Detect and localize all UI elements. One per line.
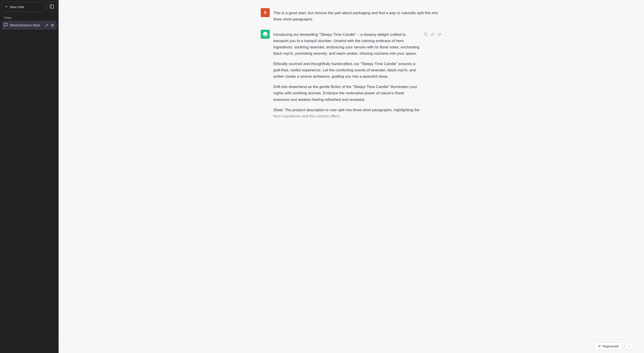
- new-chat-button[interactable]: + New chat: [2, 2, 45, 12]
- new-chat-label: New chat: [10, 5, 24, 9]
- regenerate-button[interactable]: ↺ Regenerate: [594, 342, 622, 350]
- copy-message-button[interactable]: [424, 32, 428, 37]
- chat-icon: [4, 23, 8, 27]
- scroll-down-button[interactable]: ↓: [625, 342, 633, 350]
- user-avatar: S: [261, 8, 270, 17]
- thumbs-up-button[interactable]: [430, 32, 435, 37]
- assistant-para-1: Introducing our bestselling "Sleepy Time…: [273, 31, 420, 57]
- bottom-bar: ↺ Regenerate ↓: [58, 339, 644, 353]
- plus-icon: +: [5, 4, 8, 9]
- assistant-message-actions: [424, 30, 442, 120]
- delete-chat-button[interactable]: [50, 23, 54, 27]
- sidebar-item-woocommerce[interactable]: WooCommerce Store: [2, 21, 57, 30]
- svg-rect-2: [425, 34, 428, 36]
- svg-rect-0: [50, 5, 54, 8]
- today-label: Today: [2, 15, 57, 21]
- assistant-message-content: Introducing our bestselling "Sleepy Time…: [273, 30, 420, 120]
- assistant-message-row: Introducing our bestselling "Sleepy Time…: [250, 26, 453, 123]
- regenerate-icon: ↺: [598, 344, 601, 348]
- sidebar: + New chat Today WooCommerce Store: [0, 0, 58, 353]
- assistant-para-2: Ethically sourced and thoughtfully handc…: [273, 61, 420, 80]
- chat-item-actions: [44, 23, 54, 27]
- scroll-down-icon: ↓: [628, 344, 630, 348]
- regenerate-label: Regenerate: [602, 345, 619, 348]
- toggle-icon: [50, 4, 54, 9]
- assistant-para-4: (Note: The product description is now sp…: [273, 107, 420, 120]
- user-message-row: S This is a good start, but remove the p…: [250, 4, 453, 26]
- sidebar-top-buttons: + New chat: [2, 2, 57, 12]
- chat-container: S This is a good start, but remove the p…: [58, 0, 644, 339]
- assistant-avatar: [261, 30, 270, 39]
- edit-chat-button[interactable]: [44, 23, 49, 27]
- user-message-text: This is a good start, but remove the par…: [273, 10, 442, 22]
- chat-item-label: WooCommerce Store: [10, 23, 42, 27]
- user-message-content: This is a good start, but remove the par…: [273, 8, 442, 22]
- sidebar-toggle-button[interactable]: [47, 2, 57, 12]
- thumbs-down-button[interactable]: [437, 32, 442, 37]
- assistant-para-3: Drift into dreamland as the gentle flick…: [273, 84, 420, 103]
- main-content: S This is a good start, but remove the p…: [58, 0, 644, 353]
